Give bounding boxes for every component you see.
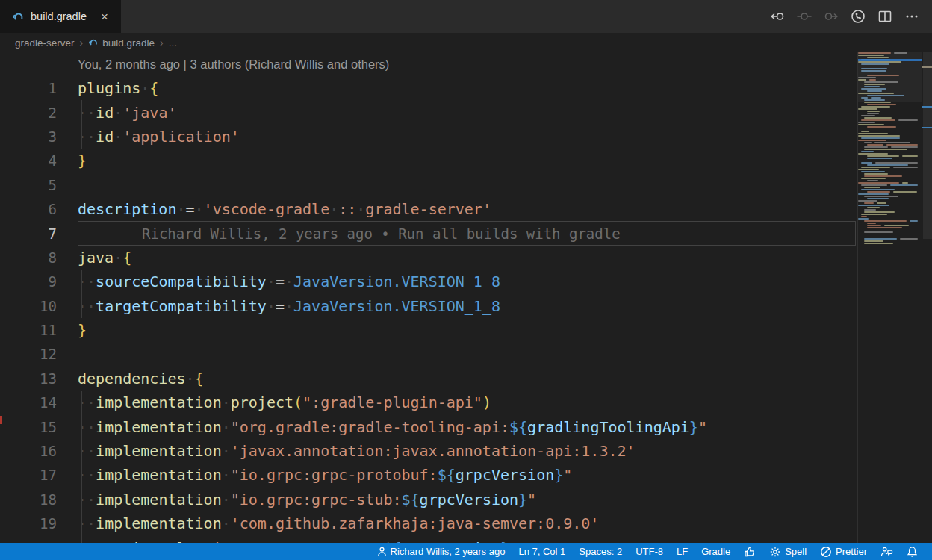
code-token: } bbox=[554, 466, 563, 484]
code-line[interactable]: 17··implementation·"io.grpc:grpc-protobu… bbox=[0, 463, 857, 487]
split-editor-icon[interactable] bbox=[875, 7, 895, 26]
code-line[interactable]: 3··id·'application' bbox=[0, 125, 857, 149]
code-token: "org.gradle:gradle-tooling-api: bbox=[231, 418, 509, 436]
minimap-line bbox=[867, 144, 883, 146]
line-number[interactable]: 8 bbox=[0, 249, 57, 266]
line-number[interactable]: 6 bbox=[0, 201, 57, 217]
code-line[interactable]: 4} bbox=[0, 149, 857, 172]
line-number[interactable]: 4 bbox=[0, 152, 57, 169]
status-item-cursor-position[interactable]: Ln 7, Col 1 bbox=[512, 543, 572, 560]
status-item-notifications[interactable] bbox=[900, 543, 925, 560]
line-content: ··implementation·project(":gradle-plugin… bbox=[78, 391, 491, 414]
tab-build-gradle[interactable]: build.gradle × bbox=[0, 0, 121, 33]
minimap-line bbox=[884, 225, 909, 226]
line-number[interactable]: 15 bbox=[0, 419, 57, 435]
code-line[interactable]: 18··implementation·"io.grpc:grpc-stub:${… bbox=[0, 488, 857, 511]
code-line[interactable]: 12 bbox=[0, 342, 857, 366]
code-line[interactable]: 20··runtimeOnly·"io.grpc:grpc-netty:${gr… bbox=[0, 535, 857, 543]
previous-change-icon[interactable] bbox=[768, 7, 787, 26]
line-number[interactable]: 13 bbox=[0, 370, 57, 387]
code-line[interactable]: 1plugins·{ bbox=[0, 76, 857, 100]
breadcrumb-item[interactable]: ... bbox=[169, 37, 177, 49]
code-line[interactable]: 6description·=·'vscode-gradle·::·gradle-… bbox=[0, 197, 857, 221]
status-item-indentation[interactable]: Spaces: 2 bbox=[572, 543, 629, 560]
code-line[interactable]: 7Richard Willis, 2 years ago • Run all b… bbox=[0, 221, 857, 245]
code-token: ${ bbox=[438, 466, 456, 484]
status-item-tweet-feedback[interactable] bbox=[874, 543, 900, 560]
code-line[interactable]: 10··targetCompatibility·=·JavaVersion.VE… bbox=[0, 294, 857, 318]
minimap-current-line-highlight bbox=[858, 59, 922, 61]
breadcrumb: gradle-server›build.gradle›... bbox=[0, 33, 932, 52]
line-number[interactable]: 16 bbox=[0, 443, 57, 459]
code-line[interactable]: 16··implementation·'javax.annotation:jav… bbox=[0, 439, 857, 463]
line-number[interactable]: 3 bbox=[0, 128, 57, 145]
code-token: "io.grpc:grpc-stub: bbox=[231, 491, 402, 508]
code-token: · bbox=[222, 418, 231, 436]
code-token: implementation bbox=[96, 393, 222, 411]
breadcrumb-label: gradle-server bbox=[15, 37, 75, 49]
code-line[interactable]: 8java·{ bbox=[0, 246, 857, 270]
line-number[interactable]: 5 bbox=[0, 177, 57, 193]
minimap-line bbox=[864, 202, 874, 204]
open-changes-icon[interactable] bbox=[795, 7, 814, 26]
minimap-line bbox=[861, 189, 895, 190]
status-item-blame-status[interactable]: Richard Willis, 2 years ago bbox=[370, 543, 512, 560]
person-icon bbox=[377, 547, 387, 557]
codelens-blame-link[interactable]: You, 2 months ago | 3 authors (Richard W… bbox=[78, 57, 389, 72]
code-line[interactable]: 11} bbox=[0, 318, 857, 342]
code-line[interactable]: 14··implementation·project(":gradle-plug… bbox=[0, 391, 857, 414]
code-token: } bbox=[78, 152, 87, 169]
next-change-icon[interactable] bbox=[821, 7, 841, 26]
code-token: JavaVersion.VERSION_1_8 bbox=[293, 273, 500, 290]
code-line[interactable]: 5 bbox=[0, 173, 857, 197]
code-token: ":gradle-plugin-api" bbox=[302, 393, 482, 411]
line-number[interactable]: 10 bbox=[0, 298, 57, 314]
minimap-line bbox=[861, 131, 869, 132]
minimap-line bbox=[861, 106, 890, 108]
code-line[interactable]: 13dependencies·{ bbox=[0, 367, 857, 391]
line-number[interactable]: 14 bbox=[0, 394, 57, 411]
editor[interactable]: You, 2 months ago | 3 authors (Richard W… bbox=[0, 52, 857, 543]
line-number[interactable]: 18 bbox=[0, 491, 57, 508]
minimap[interactable] bbox=[857, 52, 922, 543]
status-item-feedback-thumb[interactable] bbox=[737, 543, 762, 560]
line-number[interactable]: 19 bbox=[0, 515, 57, 532]
code-token: "io.grpc:grpc-protobuf: bbox=[231, 466, 438, 484]
scrollbar-slider[interactable] bbox=[923, 52, 932, 239]
line-number[interactable]: 7 bbox=[0, 225, 57, 242]
status-item-eol[interactable]: LF bbox=[670, 543, 695, 560]
file-history-icon[interactable] bbox=[848, 7, 868, 26]
line-number[interactable]: 1 bbox=[0, 80, 57, 96]
vertical-scrollbar[interactable] bbox=[922, 52, 932, 543]
code-line[interactable]: 19··implementation·'com.github.zafarkhaj… bbox=[0, 511, 857, 535]
close-icon[interactable]: × bbox=[97, 9, 112, 24]
line-number[interactable]: 2 bbox=[0, 105, 57, 121]
minimap-line bbox=[858, 122, 875, 123]
line-number[interactable]: 17 bbox=[0, 467, 57, 483]
code-token: description bbox=[78, 200, 176, 218]
breadcrumb-item[interactable]: build.gradle bbox=[88, 37, 155, 49]
code-token: id bbox=[96, 128, 114, 146]
line-number[interactable]: 11 bbox=[0, 322, 57, 338]
minimap-line bbox=[861, 214, 887, 215]
code-line[interactable]: 9··sourceCompatibility·=·JavaVersion.VER… bbox=[0, 270, 857, 293]
overview-ruler-marker bbox=[922, 106, 932, 108]
code-token: { bbox=[195, 370, 204, 388]
status-item-encoding[interactable]: UTF-8 bbox=[629, 543, 670, 560]
minimap-line bbox=[902, 155, 918, 157]
line-number[interactable]: 9 bbox=[0, 273, 57, 290]
code-line[interactable]: 2··id·'java' bbox=[0, 100, 857, 124]
code-token: = bbox=[186, 200, 195, 218]
minimap-line bbox=[858, 135, 900, 137]
line-number[interactable]: 12 bbox=[0, 346, 57, 362]
breadcrumb-item[interactable]: gradle-server bbox=[15, 37, 75, 49]
status-item-prettier[interactable]: Prettier bbox=[813, 543, 874, 560]
code-token: ( bbox=[293, 393, 302, 411]
status-item-spell-checker[interactable]: Spell bbox=[762, 543, 813, 560]
minimap-line bbox=[864, 175, 902, 177]
status-item-language-mode[interactable]: Gradle bbox=[695, 543, 737, 560]
more-actions-icon[interactable] bbox=[902, 7, 922, 26]
minimap-line bbox=[867, 104, 896, 105]
line-content: } bbox=[78, 149, 87, 172]
code-line[interactable]: 15··implementation·"org.gradle:gradle-to… bbox=[0, 414, 857, 438]
